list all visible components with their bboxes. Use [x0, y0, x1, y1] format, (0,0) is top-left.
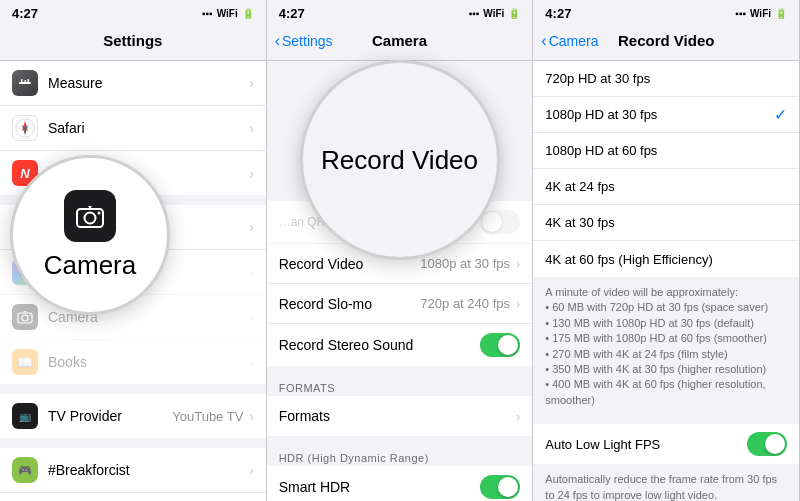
- battery-icon: 🔋: [242, 8, 254, 19]
- hdr-header: HDR (High Dynamic Range): [267, 446, 533, 466]
- list-item[interactable]: Formats ›: [267, 396, 533, 436]
- list-item[interactable]: 4K at 30 fps: [533, 205, 799, 241]
- back-label-3: Camera: [549, 33, 599, 49]
- wifi-icon: WiFi: [750, 8, 771, 19]
- list-item[interactable]: 1080p HD at 60 fps: [533, 133, 799, 169]
- tvprovider-value: YouTube TV: [172, 409, 243, 424]
- magnifier-label: Camera: [44, 250, 136, 281]
- svg-rect-3: [28, 79, 30, 83]
- panel-record-video: 4:27 ▪▪▪ WiFi 🔋 ‹ Camera Record Video 72…: [533, 0, 800, 501]
- back-button-3[interactable]: ‹ Camera: [541, 32, 598, 50]
- status-icons-2: ▪▪▪ WiFi 🔋: [469, 8, 521, 19]
- smart-hdr-toggle[interactable]: [480, 475, 520, 499]
- signal-icon: ▪▪▪: [469, 8, 480, 19]
- list-item[interactable]: 1080p HD at 30 fps ✓: [533, 97, 799, 133]
- record-slo-mo-value: 720p at 240 fps: [420, 296, 510, 311]
- list-item[interactable]: Record Stereo Sound: [267, 324, 533, 366]
- wifi-icon: WiFi: [483, 8, 504, 19]
- list-item[interactable]: Auto Low Light FPS: [533, 424, 799, 464]
- list-item[interactable]: Safari ›: [0, 106, 266, 151]
- page-title-3: Record Video: [618, 32, 714, 49]
- list-item[interactable]: Y #ymbab ›: [0, 493, 266, 501]
- status-icons-3: ▪▪▪ WiFi 🔋: [735, 8, 787, 19]
- group-spacer: [267, 438, 533, 446]
- back-chevron-icon: ‹: [275, 32, 280, 50]
- formats-label: Formats: [279, 408, 516, 424]
- svg-rect-2: [25, 80, 27, 83]
- chevron-icon: ›: [249, 166, 253, 181]
- wifi-icon: WiFi: [217, 8, 238, 19]
- svg-point-12: [29, 314, 31, 316]
- group-spacer: [0, 386, 266, 394]
- magnifier-rv-text: Record Video: [311, 135, 488, 186]
- status-bar-3: 4:27 ▪▪▪ WiFi 🔋: [533, 0, 799, 23]
- svg-point-14: [85, 212, 96, 223]
- breakforcist-label: #Breakforcist: [48, 462, 249, 478]
- status-time-2: 4:27: [279, 6, 305, 21]
- panel-settings: 4:27 ▪▪▪ WiFi 🔋 Settings Measure › Safar: [0, 0, 267, 501]
- signal-icon: ▪▪▪: [735, 8, 746, 19]
- nav-bar-1: Settings: [0, 23, 266, 61]
- smart-hdr-label: Smart HDR: [279, 479, 481, 495]
- auto-low-light-toggle[interactable]: [747, 432, 787, 456]
- record-video-list: 720p HD at 30 fps 1080p HD at 30 fps ✓ 1…: [533, 61, 799, 501]
- auto-low-light-label: Auto Low Light FPS: [545, 437, 747, 452]
- books-icon: 📖: [12, 349, 38, 375]
- option-1080p30-label: 1080p HD at 30 fps: [545, 107, 774, 122]
- svg-rect-1: [21, 79, 23, 83]
- record-stereo-toggle[interactable]: [480, 333, 520, 357]
- list-item[interactable]: 4K at 24 fps: [533, 169, 799, 205]
- page-title-2: Camera: [372, 32, 427, 49]
- panel-camera: 4:27 ▪▪▪ WiFi 🔋 ‹ Settings Camera Record…: [267, 0, 534, 501]
- measure-icon: [12, 70, 38, 96]
- group-tv: 📺 TV Provider YouTube TV ›: [0, 394, 266, 438]
- svg-point-15: [98, 211, 101, 214]
- option-1080p60-label: 1080p HD at 60 fps: [545, 143, 787, 158]
- magnifier-camera-icon: [64, 190, 116, 242]
- battery-icon: 🔋: [775, 8, 787, 19]
- page-title-1: Settings: [103, 32, 162, 49]
- group-video-options: 720p HD at 30 fps 1080p HD at 30 fps ✓ 1…: [533, 61, 799, 277]
- group-spacer: [533, 416, 799, 424]
- status-time-1: 4:27: [12, 6, 38, 21]
- breakforcist-icon: 🎮: [12, 457, 38, 483]
- auto-low-light-desc: Automatically reduce the frame rate from…: [533, 466, 799, 501]
- signal-icon: ▪▪▪: [202, 8, 213, 19]
- group-auto-low-light: Auto Low Light FPS: [533, 424, 799, 464]
- chevron-icon: ›: [249, 76, 253, 91]
- status-bar-2: 4:27 ▪▪▪ WiFi 🔋: [267, 0, 533, 23]
- safari-icon: [12, 115, 38, 141]
- chevron-icon: ›: [516, 296, 520, 311]
- magnifier-circle: Camera: [10, 155, 170, 315]
- back-label-2: Settings: [282, 33, 333, 49]
- back-button-2[interactable]: ‹ Settings: [275, 32, 333, 50]
- list-item[interactable]: 720p HD at 30 fps: [533, 61, 799, 97]
- group-spacer: [267, 368, 533, 376]
- list-item[interactable]: 🎮 #Breakforcist ›: [0, 448, 266, 493]
- measure-label: Measure: [48, 75, 249, 91]
- status-icons-1: ▪▪▪ WiFi 🔋: [202, 8, 254, 19]
- option-4k24-label: 4K at 24 fps: [545, 179, 787, 194]
- battery-icon: 🔋: [508, 8, 520, 19]
- formats-header: Formats: [267, 376, 533, 396]
- list-item[interactable]: 4K at 60 fps (High Efficiency): [533, 241, 799, 277]
- magnifier-record-video: Record Video: [300, 60, 500, 260]
- list-item[interactable]: Measure ›: [0, 61, 266, 106]
- record-stereo-label: Record Stereo Sound: [279, 337, 481, 353]
- list-item[interactable]: 📖 Books ›: [0, 340, 266, 384]
- scan-qr-toggle[interactable]: [480, 210, 520, 234]
- list-item[interactable]: Record Slo-mo 720p at 240 fps ›: [267, 284, 533, 324]
- camera-icon-row: [12, 304, 38, 330]
- option-720p30-label: 720p HD at 30 fps: [545, 71, 787, 86]
- group-hdr: Smart HDR Keep Normal Photo: [267, 466, 533, 501]
- chevron-icon: ›: [249, 310, 253, 325]
- option-4k60-label: 4K at 60 fps (High Efficiency): [545, 252, 787, 267]
- list-item[interactable]: Smart HDR: [267, 466, 533, 501]
- chevron-icon: ›: [249, 121, 253, 136]
- chevron-icon: ›: [249, 265, 253, 280]
- chevron-icon: ›: [249, 355, 253, 370]
- storage-note: A minute of video will be approximately:…: [533, 279, 799, 416]
- checkmark-icon: ✓: [774, 105, 787, 124]
- list-item[interactable]: 📺 TV Provider YouTube TV ›: [0, 394, 266, 438]
- record-video-value: 1080p at 30 fps: [420, 256, 510, 271]
